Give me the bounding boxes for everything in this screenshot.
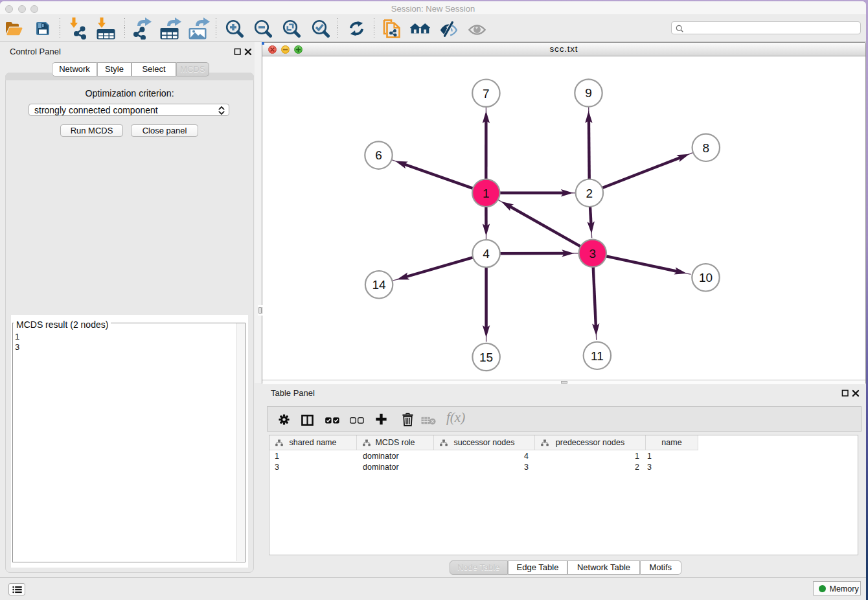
svg-text:11: 11 bbox=[591, 349, 604, 363]
svg-text:6: 6 bbox=[375, 148, 382, 162]
svg-text:15: 15 bbox=[479, 351, 493, 364]
svg-text:9: 9 bbox=[585, 86, 592, 100]
svg-text:8: 8 bbox=[703, 141, 710, 155]
svg-text:14: 14 bbox=[372, 278, 387, 292]
svg-text:3: 3 bbox=[589, 247, 597, 260]
svg-text:2: 2 bbox=[586, 187, 593, 200]
svg-text:10: 10 bbox=[699, 271, 713, 284]
svg-text:7: 7 bbox=[483, 87, 490, 100]
svg-text:4: 4 bbox=[483, 247, 490, 260]
svg-text:1: 1 bbox=[483, 187, 490, 200]
